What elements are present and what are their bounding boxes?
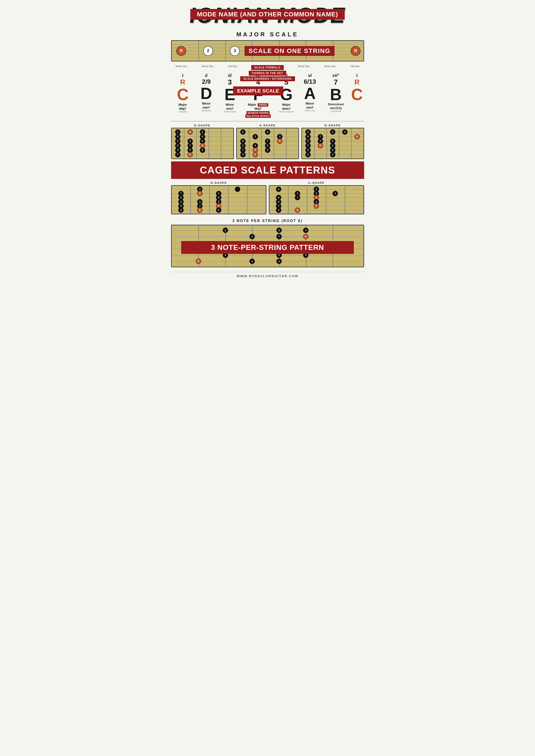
three-note-fretboard: 2 3 4 6 7 R 3 NOTE-PER-STRING PATTERN 4 … (171, 225, 364, 267)
col-I: I R C MajorMaj7 IONIAN (171, 73, 195, 113)
note-R1: R (176, 46, 186, 56)
three-note-banner: 3 NOTE-PER-STRING PATTERN (181, 241, 354, 254)
mode-name-banner: MODE NAME (AND OTHER COMMON NAME) (190, 9, 345, 20)
a-shape-fretboard: 5 6 2 3 6 7 R 3 4 5 7 R 2 4 R (236, 128, 299, 159)
degrees-banner: SCALE DEGREES / EXTENSIONS (240, 76, 295, 81)
a-shape-block: A-SHAPE 5 6 2 3 6 7 R 3 4 5 7 R 2 (236, 124, 299, 159)
col-R2: I R C (350, 73, 364, 102)
g-shape-fretboard: 4 7 R 2 5 6 2 3 4 6 7 R 4 R 5 (171, 185, 267, 214)
example-scale-banner: EXAMPLE SCALE (233, 86, 283, 96)
scale-info-section: Whole Step Whole Step Half Step Whole St… (171, 65, 364, 117)
three-note-title: 3 NOTE PER STRING (ROOT 6) (171, 219, 364, 223)
col-vi: vi 6/13 A Minormin7 AEOLIAN (298, 73, 322, 112)
c-shape-block: C-SHAPE 5 6 2 3 4 6 7 R 3 5 7 R 4 (269, 181, 364, 214)
scale-on-string-banner: SCALE ON ONE STRING (244, 46, 334, 56)
col-ii: ii 2/9 D Minormin7 DORIAN (194, 73, 218, 112)
note-3: 3 (230, 46, 240, 56)
col-vii: vii° 7 B Diminishedmin7(♭5) LOCRIAN (322, 73, 350, 112)
caged-banner: CAGED SCALE PATTERNS (171, 161, 364, 179)
e-shape-fretboard: 7 R 2 5 6 2 3 4 6 7 R 3 4 5 7 R (171, 128, 234, 159)
scale-formula-banner: SCALE FORMULA (251, 65, 284, 70)
d-shape-block: D-SHAPE 2 3 4 6 7 R 3 4 5 7 R 2 5 (301, 124, 364, 159)
note-2: 2 (203, 46, 213, 56)
caged-bottom-row: G-SHAPE 4 7 R 2 5 6 2 3 4 6 7 R (171, 181, 364, 214)
c-shape-fretboard: 5 6 2 3 4 6 7 R 3 5 7 R 4 R (269, 185, 364, 214)
e-shape-block: E-SHAPE 7 R 2 5 6 2 3 4 6 7 R (171, 124, 234, 159)
d-shape-fretboard: 2 3 4 6 7 R 3 4 5 7 R 2 5 6 3 4 (301, 128, 364, 159)
footer-url: WWW.RYNAYLORGUITAR.COM (171, 274, 364, 278)
center-banners: SCALE FORMULA CHORDS IN THE KEY SCALE DE… (240, 65, 295, 81)
major-scale-subtitle: MAJOR SCALE (171, 31, 364, 38)
caged-top-row: E-SHAPE 7 R 2 5 6 2 3 4 6 7 R (171, 124, 364, 159)
note-R2: R (351, 46, 360, 56)
main-fretboard: R 2 3 SCALE ON ONE STRING 6 7 R (171, 40, 364, 62)
footer: WWW.RYNAYLORGUITAR.COM (171, 272, 364, 278)
header: IONIAN MODE MODE NAME (AND OTHER COMMON … (171, 5, 364, 38)
chords-banner: CHORDS IN THE KEY (249, 71, 287, 76)
g-shape-block: G-SHAPE 4 7 R 2 5 6 2 3 4 6 7 R (171, 181, 267, 214)
